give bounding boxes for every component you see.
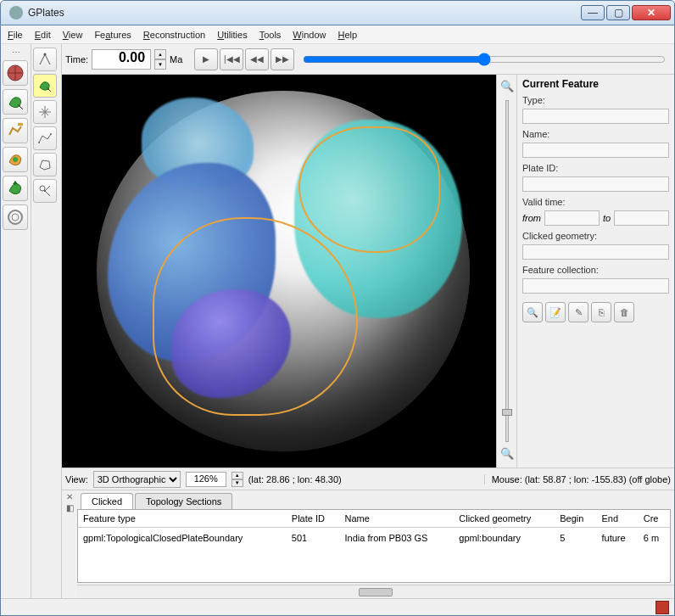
svg-point-6 xyxy=(38,142,40,143)
dock-handle-icon[interactable]: ⋯ xyxy=(3,48,29,57)
query-feature-button[interactable]: 🔍 xyxy=(522,302,543,322)
menu-edit[interactable]: Edit xyxy=(35,30,51,40)
to-label: to xyxy=(603,213,611,223)
current-feature-panel: Current Feature Type: Name: Plate ID: Va… xyxy=(516,75,674,468)
globe xyxy=(97,91,470,452)
type-field xyxy=(522,109,669,124)
polygon-tool[interactable] xyxy=(33,153,57,176)
move-pole-tool[interactable] xyxy=(3,176,28,201)
plateid-label: Plate ID: xyxy=(522,163,669,173)
clicked-features-panel: ✕ ◧ Clicked Topology Sections Feature ty… xyxy=(62,490,674,598)
menu-utilities[interactable]: Utilities xyxy=(217,30,247,40)
projection-select[interactable]: 3D Orthographic xyxy=(93,471,181,488)
measure-tool[interactable] xyxy=(33,48,57,71)
collection-field xyxy=(522,278,669,294)
rewind-start-button[interactable]: |◀◀ xyxy=(220,48,243,70)
zoom-spinner[interactable]: ▲▼ xyxy=(232,472,243,487)
small-circle-tool[interactable] xyxy=(3,204,28,230)
menu-reconstruction[interactable]: Reconstruction xyxy=(143,30,205,40)
play-button[interactable]: ▶ xyxy=(194,48,218,70)
time-unit: Ma xyxy=(170,54,182,64)
time-toolbar: Time: 0.00 ▲▼ Ma ▶ |◀◀ ◀◀ ▶▶ xyxy=(62,44,674,75)
menu-tools[interactable]: Tools xyxy=(259,30,282,40)
name-field xyxy=(522,143,669,158)
menu-window[interactable]: Window xyxy=(293,30,326,40)
panel-undock-icon[interactable]: ◧ xyxy=(66,503,74,512)
col-plate-id[interactable]: Plate ID xyxy=(287,510,340,528)
mouse-coords: Mouse: (lat: 58.87 ; lon: -155.83) (off … xyxy=(484,474,671,484)
globe-viewport[interactable] xyxy=(62,75,496,468)
step-forward-button[interactable]: ▶▶ xyxy=(271,48,294,70)
panel-header: Current Feature xyxy=(522,78,669,90)
geometry-label: Clicked geometry: xyxy=(522,231,669,241)
maximize-button[interactable]: ▢ xyxy=(606,5,630,20)
to-field xyxy=(614,210,669,226)
view-label: View: xyxy=(65,474,88,484)
sub-tool-palette xyxy=(31,44,62,598)
menu-view[interactable]: View xyxy=(63,30,83,40)
camera-coords: (lat: 28.86 ; lon: 48.30) xyxy=(248,474,342,484)
from-label: from xyxy=(522,213,541,223)
svg-point-7 xyxy=(50,133,52,135)
time-slider[interactable] xyxy=(303,52,666,67)
zoom-out-icon[interactable]: 🔍 xyxy=(499,447,515,462)
menu-help[interactable]: Help xyxy=(338,30,358,40)
horizontal-scrollbar[interactable] xyxy=(77,585,674,598)
zoom-control: 🔍 🔍 xyxy=(496,75,516,468)
col-end[interactable]: End xyxy=(596,510,638,528)
svg-point-5 xyxy=(44,53,47,56)
col-begin[interactable]: Begin xyxy=(555,510,596,528)
statusbar xyxy=(1,598,674,615)
svg-rect-1 xyxy=(18,123,23,126)
minimize-button[interactable]: — xyxy=(581,5,605,20)
delete-feature-button[interactable]: 🗑 xyxy=(614,302,634,322)
titlebar: GPlates — ▢ ✕ xyxy=(0,0,675,25)
menubar: File Edit View Features Reconstruction U… xyxy=(1,25,674,44)
time-input[interactable]: 0.00 xyxy=(92,49,151,70)
feature-table: Feature type Plate ID Name Clicked geome… xyxy=(77,509,671,583)
svg-point-2 xyxy=(13,157,18,162)
time-label: Time: xyxy=(65,54,88,64)
close-button[interactable]: ✕ xyxy=(632,5,671,20)
geometry-field xyxy=(522,244,669,260)
zoom-percent[interactable]: 126% xyxy=(186,472,226,487)
step-back-button[interactable]: ◀◀ xyxy=(245,48,269,70)
from-field xyxy=(544,210,600,226)
plateid-field xyxy=(522,176,669,192)
menu-features[interactable]: Features xyxy=(94,30,131,40)
tab-topology-sections[interactable]: Topology Sections xyxy=(135,493,232,509)
topology-tool[interactable] xyxy=(3,147,28,172)
choose-feature-tool[interactable] xyxy=(3,89,28,115)
col-cre[interactable]: Cre xyxy=(639,510,670,528)
copy-feature-button[interactable]: ⎘ xyxy=(591,302,611,322)
polyline-tool[interactable] xyxy=(33,126,57,150)
menu-file[interactable]: File xyxy=(8,30,23,40)
name-label: Name: xyxy=(522,129,669,139)
split-tool[interactable] xyxy=(33,179,57,203)
table-row[interactable]: gpml:TopologicalClosedPlateBoundary 501 … xyxy=(78,528,670,549)
type-label: Type: xyxy=(522,95,669,105)
tab-clicked[interactable]: Clicked xyxy=(81,493,133,509)
zoom-in-icon[interactable]: 🔍 xyxy=(499,80,515,95)
drag-globe-tool[interactable] xyxy=(3,60,28,86)
move-geometry-tool[interactable] xyxy=(33,100,57,124)
clone-feature-button[interactable]: ✎ xyxy=(568,302,589,322)
view-status-row: View: 3D Orthographic 126% ▲▼ (lat: 28.8… xyxy=(62,468,674,490)
col-geometry[interactable]: Clicked geometry xyxy=(454,510,555,528)
time-spinner[interactable]: ▲▼ xyxy=(154,49,166,70)
svg-point-4 xyxy=(12,214,19,221)
edit-feature-button[interactable]: 📝 xyxy=(545,302,566,322)
window-title: GPlates xyxy=(28,7,581,19)
select-feature-tool[interactable] xyxy=(33,74,57,98)
digitize-tool[interactable] xyxy=(3,118,28,143)
col-name[interactable]: Name xyxy=(340,510,455,528)
col-feature-type[interactable]: Feature type xyxy=(78,510,287,528)
svg-point-3 xyxy=(8,210,22,224)
panel-close-icon[interactable]: ✕ xyxy=(66,492,73,501)
validtime-label: Valid time: xyxy=(522,197,669,207)
unsaved-icon[interactable] xyxy=(655,601,669,614)
zoom-slider[interactable] xyxy=(505,100,509,442)
app-icon xyxy=(9,6,23,20)
tool-palette: ⋯ xyxy=(1,44,31,598)
collection-label: Feature collection: xyxy=(522,265,669,275)
